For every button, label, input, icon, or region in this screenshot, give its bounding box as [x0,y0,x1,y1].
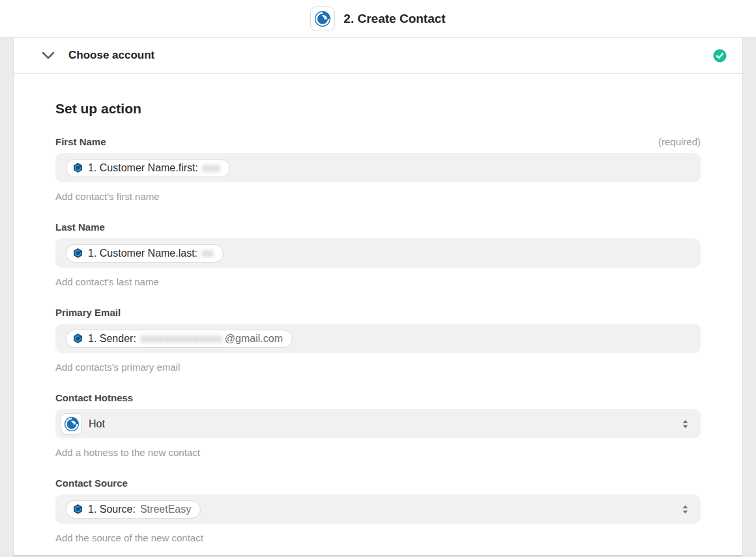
primary-email-label: Primary Email [55,307,121,318]
followupboss-logo-icon [314,10,331,27]
setup-action-section: Set up action First Name (required) 1. C… [14,74,742,543]
contact-source-label: Contact Source [55,478,128,489]
choose-account-label: Choose account [68,49,154,62]
followupboss-option-icon [61,413,82,435]
step-header: 2. Create Contact [0,0,756,38]
redacted-value: xxxxxxxxxxxxxx [141,333,223,345]
required-note: (required) [658,136,701,147]
mapped-value-pill[interactable]: 1. Source: StreetEasy [66,500,201,519]
choose-account-section-header[interactable]: Choose account [14,38,742,74]
followupboss-logo-icon [64,416,80,432]
field-group-primary-email: Primary Email 1. Sender: xxxxxxxxxxxxxx … [55,307,701,373]
first-name-input[interactable]: 1. Customer Name.first: xxx [55,153,701,182]
redacted-value: xxx [203,162,220,174]
field-group-contact-source: Contact Source 1. Source: StreetEasy [55,478,701,543]
next-section-edge [14,555,742,556]
contact-hotness-select[interactable]: Hot [55,409,701,438]
last-name-label: Last Name [55,221,105,233]
section-title: Set up action [55,74,701,117]
contact-hotness-label: Contact Hotness [55,392,133,403]
select-stepper-icon[interactable] [682,504,689,515]
mapped-value-pill[interactable]: 1. Sender: xxxxxxxxxxxxxx @gmail.com [66,330,293,348]
field-group-contact-hotness: Contact Hotness Hot [55,392,701,458]
success-check-icon [713,49,727,63]
pill-text: 1. Sender: [88,333,136,345]
step-title: 2. Create Contact [343,12,445,26]
select-stepper-icon[interactable] [682,419,689,429]
email-parser-icon [72,504,83,515]
editor-panel: Choose account Set up action First Name … [13,38,743,556]
pill-value: @gmail.com [225,333,283,345]
last-name-input[interactable]: 1. Customer Name.last: xx [55,238,701,268]
redacted-value: xx [202,248,214,259]
field-group-last-name: Last Name 1. Customer Name.last: xx Add … [55,221,701,287]
first-name-label: First Name [55,136,106,147]
field-group-first-name: First Name (required) 1. Customer Name.f… [55,136,701,202]
email-parser-icon [72,162,83,173]
contact-source-select[interactable]: 1. Source: StreetEasy [55,494,701,524]
contact-source-help: Add the source of the new contact [55,532,701,543]
mapped-value-pill[interactable]: 1. Customer Name.first: xxx [66,159,230,177]
mapped-value-pill[interactable]: 1. Customer Name.last: xx [66,244,224,263]
contact-hotness-help: Add a hotness to the new contact [55,447,701,458]
primary-email-help: Add contacts's primary email [55,362,701,373]
primary-email-input[interactable]: 1. Sender: xxxxxxxxxxxxxx @gmail.com [55,324,701,353]
pill-text: 1. Customer Name.last: [88,248,197,259]
selected-option-label: Hot [89,418,105,430]
first-name-help: Add contact's first name [55,191,701,202]
pill-text: 1. Source: [88,504,136,515]
chevron-down-icon[interactable] [42,51,55,59]
pill-value: StreetEasy [140,504,191,515]
email-parser-icon [72,248,83,259]
followupboss-app-icon [310,7,335,31]
last-name-help: Add contact's last name [55,276,701,287]
email-parser-icon [72,333,83,344]
pill-text: 1. Customer Name.first: [88,162,198,174]
